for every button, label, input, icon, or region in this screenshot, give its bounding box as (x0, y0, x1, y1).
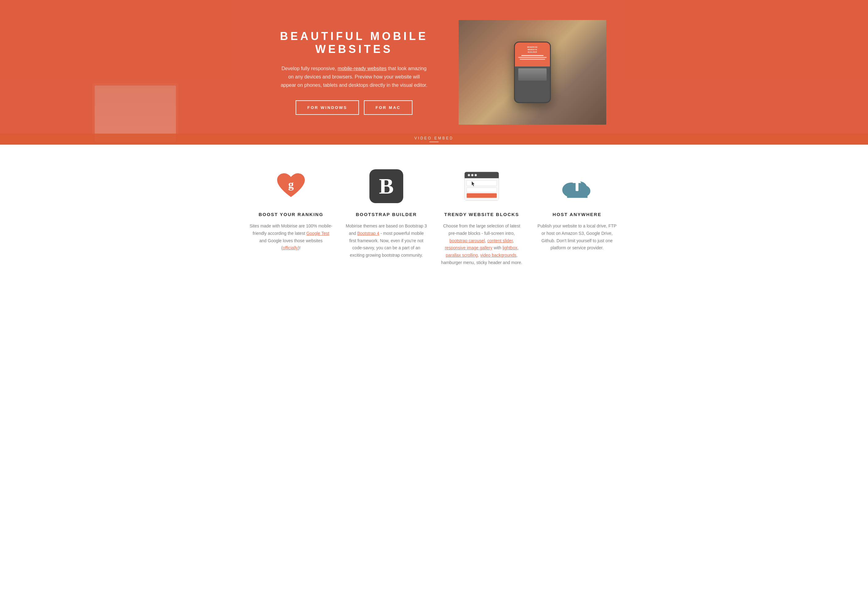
browser-blocks-icon (463, 169, 500, 203)
svg-marker-18 (573, 177, 581, 183)
google-test-link[interactable]: Google Test (306, 231, 329, 236)
hero-section: BEAUTIFUL MOBILE WEBSITES Develop fully … (0, 0, 868, 145)
feature-desc-host: Publish your website to a local drive, F… (535, 222, 618, 252)
feature-bootstrap: B BOOTSTRAP BUILDER Mobirise themes are … (345, 169, 428, 267)
bootstrap-carousel-link[interactable]: bootstrap carousel (450, 238, 485, 243)
hero-image-box: MOBIRISEWEBSITEBUILDER (459, 20, 606, 125)
cloud-upload-icon (559, 169, 595, 203)
feature-title-boost: BOOST YOUR RANKING (259, 212, 324, 217)
responsive-gallery-link[interactable]: responsive image gallery (445, 245, 493, 250)
svg-rect-11 (467, 193, 497, 198)
phone-hand-image: MOBIRISEWEBSITEBUILDER (459, 20, 606, 125)
content-slider-link[interactable]: content slider (487, 238, 513, 243)
video-embed-bar: VIDEO EMBED (0, 134, 868, 145)
svg-point-4 (468, 174, 470, 176)
hero-title: BEAUTIFUL MOBILE WEBSITES (262, 30, 446, 56)
mobile-ready-link[interactable]: mobile-ready websites (338, 66, 387, 71)
video-backgrounds-link[interactable]: video backgrounds (480, 253, 516, 258)
svg-rect-17 (575, 182, 578, 191)
hero-description: Develop fully responsive, mobile-ready w… (280, 64, 428, 90)
bootstrap-icon: B (369, 169, 403, 203)
feature-desc-bootstrap: Mobirise themes are based on Bootstrap 3… (345, 222, 428, 259)
svg-rect-16 (567, 191, 587, 196)
hero-buttons: FOR WINDOWS FOR MAC (262, 100, 446, 115)
svg-rect-10 (467, 188, 497, 193)
svg-point-6 (474, 174, 477, 176)
feature-boost: g BOOST YOUR RANKING Sites made with Mob… (250, 169, 333, 267)
windows-button[interactable]: FOR WINDOWS (296, 100, 359, 115)
feature-desc-boost: Sites made with Mobirise are 100% mobile… (250, 222, 333, 252)
feature-trendy: TRENDY WEBSITE BLOCKS Choose from the la… (440, 169, 523, 267)
video-embed-label: VIDEO EMBED (414, 136, 453, 140)
bootstrap4-link[interactable]: Bootstrap 4 (357, 231, 379, 236)
feature-host: HOST ANYWHERE Publish your website to a … (535, 169, 618, 267)
phone-screen-title: MOBIRISEWEBSITEBUILDER (527, 46, 538, 53)
svg-text:g: g (288, 178, 294, 191)
feature-icon-boost: g (273, 169, 309, 203)
hero-left: BEAUTIFUL MOBILE WEBSITES Develop fully … (262, 30, 459, 115)
feature-desc-trendy: Choose from the large selection of lates… (440, 222, 523, 267)
heart-google-icon: g (274, 171, 308, 202)
feature-icon-trendy (463, 169, 500, 203)
features-grid: g BOOST YOUR RANKING Sites made with Mob… (250, 169, 618, 267)
feature-title-host: HOST ANYWHERE (553, 212, 601, 217)
lightbox-link[interactable]: lightbox (502, 245, 517, 250)
feature-icon-host (559, 169, 595, 203)
phone-device: MOBIRISEWEBSITEBUILDER (514, 42, 551, 103)
features-section: g BOOST YOUR RANKING Sites made with Mob… (0, 145, 868, 285)
officially-link[interactable]: officially (283, 245, 298, 250)
feature-title-bootstrap: BOOTSTRAP BUILDER (356, 212, 417, 217)
mac-button[interactable]: FOR MAC (364, 100, 412, 115)
hero-right: MOBIRISEWEBSITEBUILDER (459, 20, 606, 125)
feature-title-trendy: TRENDY WEBSITE BLOCKS (444, 212, 519, 217)
parallax-link[interactable]: parallax scrolling (446, 253, 478, 258)
svg-point-5 (471, 174, 473, 176)
phone-screen: MOBIRISEWEBSITEBUILDER (515, 42, 550, 102)
svg-rect-8 (467, 180, 497, 186)
hero-content: BEAUTIFUL MOBILE WEBSITES Develop fully … (250, 2, 618, 143)
feature-icon-bootstrap: B (368, 169, 405, 203)
